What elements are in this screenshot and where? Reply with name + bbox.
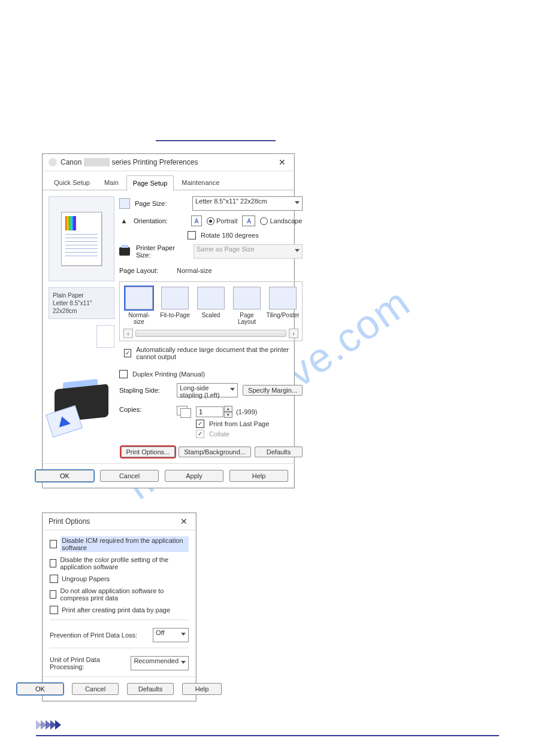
opt-no-compress: Do not allow application software to com… (60, 587, 189, 602)
label-collate: Collate (209, 430, 229, 438)
options-title: Print Options (49, 517, 90, 526)
checkbox-disable-profile[interactable] (50, 559, 56, 567)
help-button[interactable]: Help (182, 683, 222, 695)
label-lastpage: Print from Last Page (209, 420, 269, 427)
small-page-icon (96, 325, 114, 348)
label-printer-paper-size: Printer Paper Size: (136, 244, 189, 259)
label-stapling: Stapling Side: (119, 387, 172, 394)
copies-range: (1-999) (236, 408, 257, 415)
tab-maintenance[interactable]: Maintenance (175, 175, 226, 190)
help-button[interactable]: Help (229, 470, 288, 482)
print-options-button[interactable]: Print Options... (121, 447, 176, 457)
printer-illustration (49, 354, 114, 450)
printer-icon (119, 247, 130, 256)
printer-paper-size-select: Same as Page Size (194, 244, 303, 259)
layout-pagelayout[interactable]: Page Layout (231, 287, 262, 325)
unit-select[interactable]: Recommended (131, 656, 189, 670)
checkbox-bypage[interactable] (50, 606, 58, 614)
tab-quick-setup[interactable]: Quick Setup (47, 175, 96, 190)
checkbox-no-compress[interactable] (50, 590, 56, 599)
stamp-background-button[interactable]: Stamp/Background... (179, 447, 251, 457)
opt-disable-profile: Disable the color profile setting of the… (60, 556, 189, 570)
layout-fit[interactable]: Fit-to-Page (159, 287, 191, 325)
checkbox-duplex[interactable] (119, 370, 128, 378)
copies-icon (177, 406, 191, 418)
window-title-masked: ....... (84, 158, 110, 166)
ok-button[interactable]: OK (35, 470, 94, 482)
label-prevention: Prevention of Print Data Loss: (50, 631, 146, 639)
note-chevrons-icon (36, 719, 499, 730)
tab-main[interactable]: Main (98, 175, 125, 190)
portrait-icon: A (191, 215, 202, 226)
layout-tiling[interactable]: Tiling/Poster (267, 287, 298, 325)
cancel-button[interactable]: Cancel (100, 470, 159, 482)
label-page-layout: Page Layout: (119, 267, 172, 274)
paper-type: Plain Paper (53, 292, 110, 299)
close-icon[interactable]: ✕ (276, 157, 288, 167)
tab-page-setup[interactable]: Page Setup (126, 175, 174, 191)
label-copies: Copies: (119, 406, 172, 413)
print-options-dialog: Print Options ✕ Disable ICM required fro… (42, 512, 197, 702)
label-unit: Unit of Print Data Processing: (50, 656, 123, 670)
label-orientation: Orientation: (134, 217, 186, 224)
checkbox-disable-icm[interactable] (50, 540, 57, 548)
window-title-suffix: series Printing Preferences (110, 158, 198, 166)
defaults-button[interactable]: Defaults (127, 683, 174, 695)
ok-button[interactable]: OK (17, 683, 64, 695)
label-rotate180: Rotate 180 degrees (201, 232, 259, 239)
opt-ungroup: Ungroup Papers (62, 575, 110, 582)
copies-spinner[interactable]: ▴▾ (196, 406, 232, 418)
label-page-size: Page Size: (135, 200, 188, 207)
page-preview (49, 196, 114, 281)
cancel-button[interactable]: Cancel (72, 683, 119, 695)
checkbox-auto-reduce[interactable] (124, 349, 131, 357)
stapling-select[interactable]: Long-side stapling (Left) (177, 383, 238, 397)
layout-normal[interactable]: Normal-size (123, 287, 155, 325)
layout-scrollbar[interactable]: ‹› (123, 329, 298, 338)
orientation-icon: ▲ (119, 217, 129, 224)
page-layout-value: Normal-size (177, 267, 212, 274)
defaults-button[interactable]: Defaults (255, 447, 303, 457)
printing-preferences-window: Canon ....... series Printing Preference… (42, 153, 295, 488)
label-auto-reduce: Automatically reduce large document that… (136, 346, 303, 360)
tabs: Quick Setup Main Page Setup Maintenance (43, 171, 294, 190)
checkbox-collate (196, 430, 204, 438)
apply-button[interactable]: Apply (165, 470, 223, 482)
specify-margin-button[interactable]: Specify Margin... (243, 385, 303, 396)
opt-bypage: Print after creating print data by page (62, 606, 170, 614)
window-title-prefix: Canon (61, 158, 84, 166)
radio-landscape[interactable]: Landscape (260, 217, 302, 225)
link-underline (156, 140, 276, 141)
paper-size: Letter 8.5"x11" 22x28cm (53, 299, 110, 315)
layout-selector: Normal-size Fit-to-Page Scaled Page Layo… (119, 281, 303, 341)
app-icon (49, 158, 57, 166)
checkbox-ungroup[interactable] (50, 575, 58, 583)
layout-scaled[interactable]: Scaled (195, 287, 226, 325)
prevention-select[interactable]: Off (153, 628, 189, 642)
opt-disable-icm: Disable ICM required from the applicatio… (61, 536, 189, 552)
label-duplex: Duplex Printing (Manual) (132, 371, 205, 378)
note-band (36, 719, 499, 736)
page-icon (119, 198, 130, 209)
close-icon[interactable]: ✕ (178, 517, 190, 526)
page-size-select[interactable]: Letter 8.5"x11" 22x28cm (192, 196, 303, 211)
radio-portrait[interactable]: Portrait (207, 217, 237, 225)
checkbox-rotate180[interactable] (188, 231, 196, 239)
paper-info: Plain Paper Letter 8.5"x11" 22x28cm (49, 287, 114, 319)
landscape-icon: A (242, 215, 255, 226)
checkbox-lastpage[interactable] (196, 420, 204, 428)
titlebar: Canon ....... series Printing Preference… (43, 154, 294, 171)
titlebar-options: Print Options ✕ (43, 513, 196, 530)
